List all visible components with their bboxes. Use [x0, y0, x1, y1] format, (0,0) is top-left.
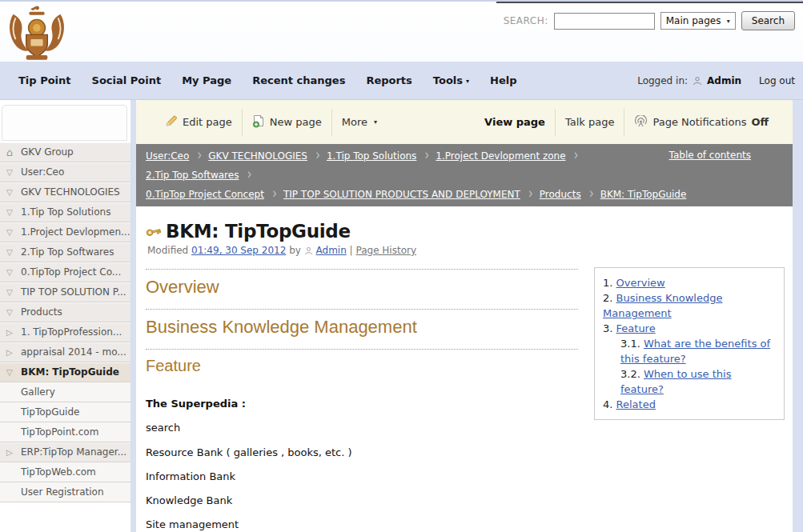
search-scope-select[interactable]: Main pages ▾ [660, 12, 736, 30]
meta-separator: | [350, 245, 353, 256]
nav-item-reports[interactable]: Reports [355, 74, 422, 86]
more-menu-button[interactable]: More ▾ [332, 116, 387, 128]
home-icon: ⌂ [6, 146, 21, 158]
new-page-button[interactable]: New page [243, 114, 331, 130]
search-input[interactable] [554, 13, 655, 30]
sidebar-item-project-devlopment[interactable]: ▽1.Project Devlopmen... [0, 222, 130, 242]
expand-arrow-icon[interactable]: ▷ [6, 328, 21, 337]
main-navbar: Tip Point Social Point My Page Recent ch… [0, 62, 803, 100]
page-title: BKM: TipTopGuide [166, 221, 351, 242]
collapse-arrow-icon[interactable]: ▽ [6, 168, 21, 177]
feature-item: Resource Bank ( galleries , books, etc. … [146, 446, 786, 459]
sidebar-item-tiptop-project-concept[interactable]: ▽0.TipTop Project Co... [0, 262, 130, 282]
expand-arrow-icon[interactable]: ▷ [6, 348, 21, 357]
feature-item: Information Bank [146, 470, 786, 483]
sidebar-item-tiptoppoint-com[interactable]: TipTopPoint.com [0, 422, 130, 442]
sidebar-item-gkv-technologies[interactable]: ▽GKV TECHNOLOGIES [0, 182, 130, 202]
sidebar-item-products[interactable]: ▽Products [0, 302, 130, 322]
toc-link-overview[interactable]: Overview [616, 277, 665, 289]
sidebar-item-tiptopweb-com[interactable]: TipTopWeb.com [0, 462, 130, 482]
collapse-arrow-icon[interactable]: ▽ [6, 268, 21, 277]
breadcrumb: Table of contents User:CeoGKV TECHNOLOGI… [136, 144, 793, 206]
nav-item-recent-changes[interactable]: Recent changes [242, 74, 355, 86]
breadcrumb-link-current[interactable]: BKM: TipTopGuide [600, 189, 687, 200]
toc-box: 1. Overview 2. Business Knowledge Manage… [594, 267, 785, 420]
toc-entry-sub: 3.1. What are the benefits of this featu… [603, 336, 776, 366]
notifications-antenna-icon [634, 115, 648, 130]
breadcrumb-link[interactable]: User:Ceo [146, 150, 208, 162]
author-link[interactable]: Admin [316, 245, 347, 256]
talk-page-tab[interactable]: Talk page [556, 116, 624, 128]
caret-down-icon: ▾ [466, 78, 469, 85]
heading-business-knowledge-management: Business Knowledge Management [146, 309, 578, 349]
sidebar-item-tip-top-solutions[interactable]: ▽1.Tip Top Solutions [0, 202, 130, 222]
toc-link-benefits[interactable]: What are the benefits of this feature? [620, 338, 770, 365]
collapse-arrow-icon[interactable]: ▽ [6, 248, 21, 257]
expand-arrow-icon[interactable]: ▷ [6, 448, 21, 457]
breadcrumb-link[interactable]: 0.TipTop Project Concept [146, 189, 283, 200]
new-page-icon [252, 114, 265, 130]
modified-label: Modified [147, 245, 188, 256]
toc-entry: 4. Related [603, 397, 776, 412]
sidebar-item-appraisal-2014[interactable]: ▷appraisal 2014 - mo... [0, 342, 130, 362]
view-page-tab[interactable]: View page [475, 116, 555, 128]
sidebar-item-gkv-group[interactable]: ⌂GKV Group [0, 142, 130, 162]
heading-overview: Overview [146, 269, 578, 309]
nav-item-tools[interactable]: Tools▾ [423, 74, 480, 86]
toc-entry: 2. Business Knowledge Management [603, 290, 776, 321]
breadcrumb-link[interactable]: Products [540, 189, 600, 200]
collapse-arrow-icon[interactable]: ▽ [6, 208, 21, 217]
author-icon [304, 245, 316, 256]
page-history-link[interactable]: Page History [355, 245, 416, 256]
page-meta: Modified 01:49, 30 Sep 2012 by Admin | P… [147, 245, 786, 256]
breadcrumb-link[interactable]: 1.Project Devlopment zone [436, 150, 584, 162]
sidebar-item-tiptopguide[interactable]: TipTopGuide [0, 402, 130, 422]
search-button[interactable]: Search [741, 11, 795, 30]
nav-items: Tip Point Social Point My Page Recent ch… [0, 74, 528, 86]
chevron-down-icon: ▾ [727, 18, 730, 25]
toc-link-feature[interactable]: Feature [616, 322, 656, 334]
collapse-arrow-icon[interactable]: ▽ [6, 368, 21, 377]
edit-page-button[interactable]: Edit page [155, 114, 242, 130]
logged-in-label: Logged in: [637, 75, 688, 86]
collapse-arrow-icon[interactable]: ▽ [6, 188, 21, 197]
wiki-page: { "header": { "search_label": "SEARCH:",… [0, 0, 803, 532]
title-row: BKM: TipTopGuide [146, 221, 786, 242]
breadcrumb-link[interactable]: TIP TOP SOLUTION PRODUCTS AND DEPLOYMENT [283, 189, 540, 200]
nav-item-help[interactable]: Help [480, 74, 527, 86]
sidebar-item-tip-top-solution-products[interactable]: ▽TIP TOP SOLUTION P... [0, 282, 130, 302]
collapse-arrow-icon[interactable]: ▽ [6, 308, 21, 317]
toc-link-related[interactable]: Related [616, 398, 656, 410]
page-notifications-toggle[interactable]: Page Notifications Off [624, 115, 778, 130]
sidebar-item-tip-top-softwares[interactable]: ▽2.Tip Top Softwares [0, 242, 130, 262]
nav-item-tip-point[interactable]: Tip Point [8, 74, 82, 86]
feature-item: Site management [146, 518, 786, 531]
breadcrumb-link[interactable]: 1.Tip Top Solutions [327, 150, 436, 162]
search-label: SEARCH: [504, 15, 548, 26]
page-header: SEARCH: Main pages ▾ Search [0, 0, 803, 62]
nav-item-social-point[interactable]: Social Point [82, 74, 172, 86]
sidebar-item-erp-tiptop-manager[interactable]: ▷ERP:TipTop Manager... [0, 442, 130, 462]
breadcrumb-link[interactable]: 2.Tip Top Softwares [146, 170, 258, 181]
sidebar-item-user-ceo[interactable]: ▽User:Ceo [0, 162, 130, 182]
breadcrumb-link[interactable]: GKV TECHNOLOGIES [208, 150, 327, 162]
current-user-link[interactable]: Admin [707, 75, 741, 86]
pencil-icon [165, 114, 178, 130]
nav-item-my-page[interactable]: My Page [171, 74, 242, 86]
feature-item: search [146, 422, 786, 434]
search-zone: SEARCH: Main pages ▾ Search [504, 11, 795, 30]
sidebar-item-gallery[interactable]: Gallery [0, 382, 130, 402]
sidebar-item-tiptopprofessional[interactable]: ▷1. TipTopProfession... [0, 322, 130, 342]
collapse-arrow-icon[interactable]: ▽ [6, 288, 21, 297]
modified-date-link[interactable]: 01:49, 30 Sep 2012 [191, 245, 286, 256]
table-of-contents-link[interactable]: Table of contents [669, 146, 751, 165]
sidebar-tree: ⌂GKV Group ▽User:Ceo ▽GKV TECHNOLOGIES ▽… [0, 100, 130, 532]
logout-link[interactable]: Log out [759, 75, 795, 86]
key-icon [146, 226, 162, 238]
main-panel: Edit page New page More ▾ View page Talk… [136, 100, 793, 532]
collapse-arrow-icon[interactable]: ▽ [6, 228, 21, 237]
heading-feature: Feature [146, 349, 578, 386]
sidebar-item-bkm-tiptopguide-current[interactable]: ▽BKM: TipTopGuide [0, 362, 130, 382]
sidebar-item-user-registration[interactable]: User Registration [0, 482, 130, 502]
toc-link-bkm[interactable]: Business Knowledge Management [603, 292, 722, 319]
